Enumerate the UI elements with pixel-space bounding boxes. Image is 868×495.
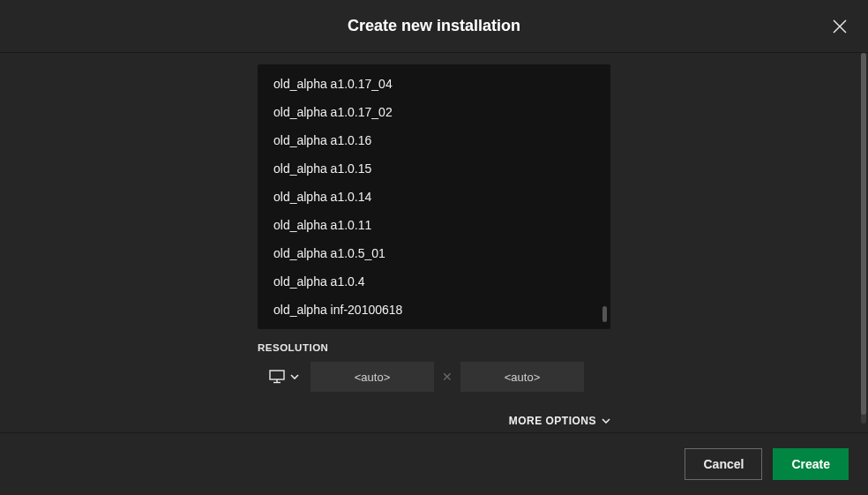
create-button[interactable]: Create bbox=[773, 448, 849, 480]
version-option[interactable]: old_alpha a1.0.4 bbox=[258, 267, 610, 296]
version-option[interactable]: old_alpha a1.0.17_02 bbox=[258, 98, 610, 126]
dialog-footer: Cancel Create bbox=[0, 432, 868, 495]
monitor-preset-select[interactable] bbox=[258, 362, 311, 392]
dialog-header: Create new installation bbox=[0, 0, 868, 53]
chevron-down-icon bbox=[290, 374, 299, 379]
version-option[interactable]: old_alpha a1.0.11 bbox=[258, 211, 610, 239]
more-options-toggle[interactable]: MORE OPTIONS bbox=[509, 415, 610, 427]
resolution-width-input[interactable]: <auto> bbox=[311, 362, 434, 392]
more-options-label: MORE OPTIONS bbox=[509, 415, 596, 427]
resolution-height-input[interactable]: <auto> bbox=[460, 362, 584, 392]
chevron-down-icon bbox=[602, 418, 610, 424]
version-option[interactable]: old_alpha a1.0.16 bbox=[258, 126, 610, 154]
resolution-label: RESOLUTION bbox=[258, 342, 610, 353]
resolution-row: <auto> ✕ <auto> bbox=[258, 362, 610, 392]
cancel-button[interactable]: Cancel bbox=[685, 448, 762, 480]
close-icon bbox=[833, 19, 847, 34]
resolution-separator: ✕ bbox=[434, 370, 460, 384]
svg-rect-2 bbox=[270, 371, 284, 379]
resolution-section: RESOLUTION <auto> ✕ <auto> bbox=[258, 342, 610, 392]
version-option[interactable]: old_alpha a1.0.17_04 bbox=[258, 70, 610, 98]
version-option[interactable]: old_alpha inf-20100618 bbox=[258, 296, 610, 324]
page-scrollbar-thumb[interactable] bbox=[861, 53, 866, 415]
dialog-title: Create new installation bbox=[348, 17, 520, 35]
version-dropdown-list: old_alpha a1.0.17_04 old_alpha a1.0.17_0… bbox=[258, 64, 610, 329]
monitor-icon bbox=[269, 370, 285, 384]
close-button[interactable] bbox=[829, 16, 850, 37]
version-option[interactable]: old_alpha a1.0.14 bbox=[258, 183, 610, 211]
version-option[interactable]: old_alpha a1.0.15 bbox=[258, 154, 610, 183]
dropdown-scrollbar-thumb[interactable] bbox=[602, 306, 607, 322]
version-option[interactable]: old_alpha a1.0.5_01 bbox=[258, 239, 610, 267]
dialog-content: old_alpha a1.0.17_04 old_alpha a1.0.17_0… bbox=[0, 53, 868, 432]
